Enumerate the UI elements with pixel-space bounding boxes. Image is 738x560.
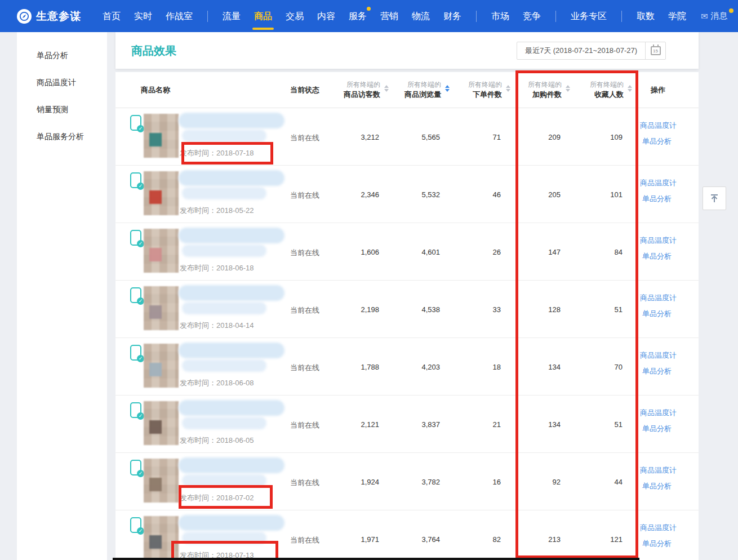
action-link-product-thermometer[interactable]: 商品温度计 (640, 178, 677, 188)
sidebar-item-product-thermometer[interactable]: 商品温度计 (17, 69, 107, 96)
action-link-single-product-analysis[interactable]: 单品分析 (642, 539, 672, 549)
visitors-value: 1,606 (323, 248, 379, 256)
calendar-icon: 15 (651, 46, 661, 55)
envelope-icon: ✉ (701, 11, 708, 21)
calendar-button[interactable]: 15 (645, 42, 665, 59)
visitors-value: 2,198 (323, 305, 379, 314)
page-views-value: 5,532 (384, 190, 440, 199)
product-name-blurred[interactable] (179, 343, 284, 358)
publish-date: 发布时间：2018-04-14 (180, 321, 254, 331)
date-range-picker[interactable]: 最近7天 (2018-07-21~2018-07-27) 15 (517, 42, 666, 60)
nav-item[interactable]: 学院 (668, 0, 686, 32)
sidebar-item-sales-forecast[interactable]: 销量预测 (17, 96, 107, 123)
product-thumbnail-blurred[interactable] (144, 459, 179, 503)
nav-item[interactable]: 市场 (491, 0, 509, 32)
action-link-product-thermometer[interactable]: 商品温度计 (640, 121, 677, 131)
table-row: ✓ 发布时间：2018-07-13 当前在线 1,971 3,764 82 21… (115, 510, 699, 560)
nav-item[interactable]: 物流 (412, 0, 430, 32)
product-name-blurred-line2 (182, 187, 266, 199)
mobile-online-icon: ✓ (130, 115, 141, 131)
nav-divider (621, 11, 622, 22)
action-link-single-product-analysis[interactable]: 单品分析 (642, 136, 672, 146)
action-link-product-thermometer[interactable]: 商品温度计 (640, 465, 677, 475)
nav-item[interactable]: 内容 (317, 0, 335, 32)
product-name-blurred-line2 (182, 359, 266, 372)
nav-item[interactable]: 流量 (223, 0, 241, 32)
product-thumbnail-blurred[interactable] (144, 401, 179, 445)
sycm-logo-icon[interactable] (17, 9, 32, 24)
nav-item[interactable]: 取数 (637, 0, 655, 32)
action-link-single-product-analysis[interactable]: 单品分析 (642, 366, 672, 376)
product-thumbnail-blurred[interactable] (144, 516, 179, 560)
sidebar-item-single-product-analysis[interactable]: 单品分析 (17, 42, 107, 69)
product-thumbnail-blurred[interactable] (144, 344, 179, 388)
notification-dot (367, 7, 371, 11)
col-header-product-name: 商品名称 (141, 85, 170, 95)
orders-value: 46 (444, 190, 501, 199)
nav-item[interactable]: 交易 (286, 0, 304, 32)
date-range-value: 最近7天 (2018-07-21~2018-07-27) (517, 42, 645, 59)
nav-item[interactable]: 竞争 (523, 0, 541, 32)
product-thumbnail-blurred[interactable] (144, 171, 179, 215)
nav-item[interactable]: 财务 (443, 0, 461, 32)
table-row: ✓ 发布时间：2018-06-08 当前在线 1,788 4,203 18 13… (115, 338, 699, 395)
back-to-top-button[interactable] (703, 186, 726, 210)
status-value: 当前在线 (290, 305, 319, 315)
product-thumbnail-blurred[interactable] (144, 286, 179, 330)
page-views-value: 4,538 (384, 305, 440, 314)
product-name-blurred[interactable] (179, 113, 284, 128)
product-name-blurred[interactable] (179, 400, 284, 416)
table-body: ✓ 发布时间：2018-07-18 当前在线 3,212 5,565 71 20… (115, 108, 699, 560)
col-header-page-views[interactable]: 所有终端的 商品浏览量 (379, 79, 441, 100)
action-link-single-product-analysis[interactable]: 单品分析 (642, 194, 672, 204)
action-link-single-product-analysis[interactable]: 单品分析 (642, 424, 672, 434)
col-header-visitors[interactable]: 所有终端的 商品访客数 (318, 79, 380, 100)
action-link-product-thermometer[interactable]: 商品温度计 (640, 408, 677, 418)
product-name-blurred[interactable] (179, 228, 284, 243)
nav-item[interactable]: 首页 (103, 0, 121, 32)
add-to-cart-value: 209 (504, 133, 561, 141)
action-link-product-thermometer[interactable]: 商品温度计 (640, 293, 677, 303)
action-link-product-thermometer[interactable]: 商品温度计 (640, 235, 677, 246)
product-name-blurred[interactable] (179, 457, 284, 473)
publish-date: 发布时间：2018-06-05 (180, 435, 254, 446)
col-header-add-to-cart[interactable]: 所有终端的 加购件数 (500, 79, 562, 100)
product-thumbnail-blurred[interactable] (144, 114, 179, 158)
sidebar-item-single-product-service-analysis[interactable]: 单品服务分析 (17, 123, 107, 150)
product-name-blurred[interactable] (179, 170, 284, 186)
nav-item[interactable]: 实时 (134, 0, 152, 32)
action-link-single-product-analysis[interactable]: 单品分析 (642, 481, 672, 491)
action-link-product-thermometer[interactable]: 商品温度计 (640, 523, 677, 533)
visitors-value: 3,212 (323, 133, 379, 141)
nav-item[interactable]: 营销 (380, 0, 398, 32)
product-thumbnail-blurred[interactable] (144, 229, 179, 273)
orders-value: 16 (444, 478, 501, 486)
action-link-single-product-analysis[interactable]: 单品分析 (642, 309, 672, 319)
product-name-blurred[interactable] (179, 515, 284, 531)
nav-item[interactable]: 业务专区 (571, 0, 607, 32)
favorites-value: 51 (566, 420, 623, 429)
nav-item[interactable]: 商品 (254, 0, 272, 32)
brand-title[interactable]: 生意参谋 (36, 9, 81, 24)
col-header-favorites[interactable]: 所有终端的 收藏人数 (562, 79, 624, 100)
top-nav: 生意参谋 首页实时作战室流量商品交易内容服务营销物流财务市场竞争业务专区取数学院… (0, 0, 738, 32)
product-name-blurred[interactable] (179, 285, 284, 301)
status-value: 当前在线 (290, 535, 319, 545)
action-link-single-product-analysis[interactable]: 单品分析 (642, 251, 672, 261)
product-name-blurred-line2 (182, 417, 266, 429)
nav-item[interactable]: 服务 (349, 0, 367, 32)
table-row: ✓ 发布时间：2018-06-18 当前在线 1,606 4,601 26 14… (115, 223, 699, 281)
nav-item[interactable]: 作战室 (166, 0, 193, 32)
nav-item-messages[interactable]: ✉ 消息 (701, 11, 728, 21)
favorites-value: 121 (566, 535, 623, 544)
col-header-orders[interactable]: 所有终端的 下单件数 (440, 79, 502, 100)
favorites-value: 51 (566, 305, 623, 314)
product-name-blurred-line2 (182, 302, 266, 314)
page-header-card: 商品效果 最近7天 (2018-07-21~2018-07-27) 15 (115, 32, 699, 69)
orders-value: 21 (444, 420, 501, 429)
visitors-value: 1,788 (323, 363, 379, 371)
publish-date: 发布时间：2018-07-18 (180, 148, 254, 158)
action-link-product-thermometer[interactable]: 商品温度计 (640, 350, 677, 361)
product-name-blurred-line2 (182, 245, 266, 257)
sort-icon[interactable] (628, 85, 632, 92)
